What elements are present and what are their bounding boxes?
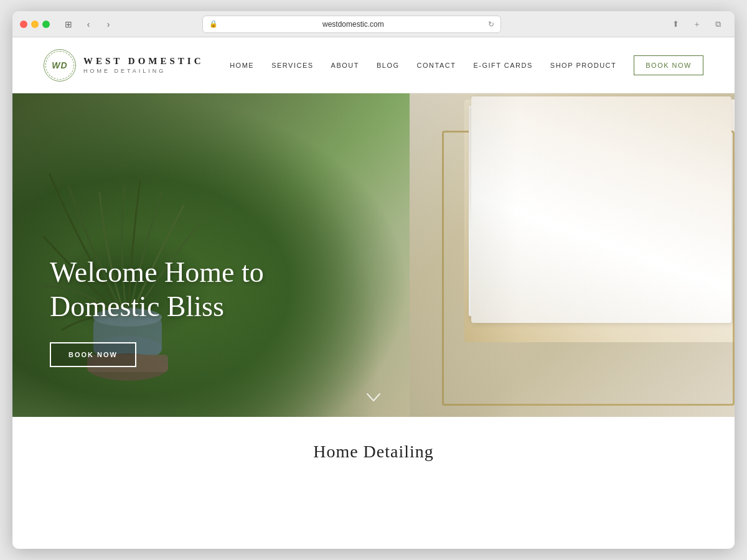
new-tab-button[interactable]: ＋ xyxy=(688,16,706,33)
nav-about[interactable]: ABOUT xyxy=(331,62,359,69)
hero-book-now-button[interactable]: BOOK NOW xyxy=(50,342,136,367)
website-content: WD WEST DOMESTIC HOME DETAILING HOME SER… xyxy=(12,37,735,549)
nav-contact[interactable]: CONTACT xyxy=(417,62,456,69)
maximize-button[interactable] xyxy=(42,21,50,28)
brand-name: WEST DOMESTIC xyxy=(83,56,204,67)
nav-home[interactable]: HOME xyxy=(230,62,254,69)
site-nav: HOME SERVICES ABOUT BLOG CONTACT E-GIFT … xyxy=(230,55,703,75)
back-button[interactable]: ‹ xyxy=(80,16,97,33)
nav-egift[interactable]: E-GIFT CARDS xyxy=(473,62,532,69)
section-title: Home Detailing xyxy=(12,442,735,462)
forward-button[interactable]: › xyxy=(100,16,117,33)
traffic-lights xyxy=(20,21,50,28)
close-button[interactable] xyxy=(20,21,27,28)
url-text: westdomestic.com xyxy=(222,20,484,29)
logo-initials: WD xyxy=(52,60,67,70)
share-button[interactable]: ⬆ xyxy=(667,16,685,33)
nav-shop[interactable]: SHOP PRODUCT xyxy=(550,62,616,69)
below-fold-section: Home Detailing xyxy=(12,417,735,474)
logo-emblem: WD xyxy=(44,49,76,82)
nav-book-now-button[interactable]: BOOK NOW xyxy=(634,55,703,75)
refresh-icon[interactable]: ↻ xyxy=(488,20,494,29)
site-header: WD WEST DOMESTIC HOME DETAILING HOME SER… xyxy=(12,37,735,93)
tab-overview-button[interactable]: ⧉ xyxy=(710,16,727,33)
logo-text: WEST DOMESTIC HOME DETAILING xyxy=(83,56,204,74)
browser-titlebar: ⊞ ‹ › 🔒 westdomestic.com ↻ ⬆ ＋ ⧉ xyxy=(12,11,735,37)
brand-subtitle: HOME DETAILING xyxy=(83,68,204,74)
toolbar-right: ⬆ ＋ ⧉ xyxy=(667,16,727,33)
logo-area: WD WEST DOMESTIC HOME DETAILING xyxy=(44,49,204,82)
hero-title: Welcome Home to Domestic Bliss xyxy=(50,255,311,324)
minimize-button[interactable] xyxy=(31,21,39,28)
nav-services[interactable]: SERVICES xyxy=(271,62,313,69)
grid-view-button[interactable]: ⊞ xyxy=(60,16,77,33)
nav-blog[interactable]: BLOG xyxy=(377,62,400,69)
hero-section: Welcome Home to Domestic Bliss BOOK NOW xyxy=(12,93,735,417)
lock-icon: 🔒 xyxy=(209,20,218,28)
hero-content: Welcome Home to Domestic Bliss BOOK NOW xyxy=(50,255,311,367)
scroll-down-indicator[interactable] xyxy=(366,393,381,406)
browser-window: ⊞ ‹ › 🔒 westdomestic.com ↻ ⬆ ＋ ⧉ WD WEST… xyxy=(12,11,735,549)
address-bar[interactable]: 🔒 westdomestic.com ↻ xyxy=(202,16,501,33)
browser-controls: ⊞ ‹ › xyxy=(60,16,117,33)
